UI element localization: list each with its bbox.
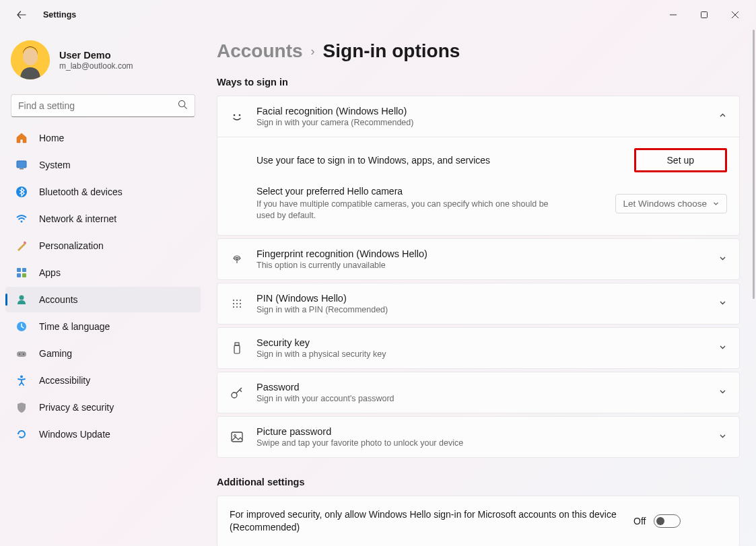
svg-point-23: [239, 114, 241, 116]
svg-point-37: [234, 434, 236, 436]
facial-recognition-card: Facial recognition (Windows Hello) Sign …: [217, 96, 740, 236]
home-icon: [15, 131, 28, 145]
sidebar-item-gaming[interactable]: Gaming: [5, 341, 201, 366]
chevron-up-icon: [718, 110, 727, 123]
chevron-down-icon: [718, 386, 727, 399]
search-input[interactable]: [18, 100, 178, 111]
svg-point-25: [236, 300, 238, 301]
maximize-icon: [701, 11, 708, 18]
network-icon: [15, 212, 28, 226]
toggle-knob: [656, 517, 664, 525]
card-title: Facial recognition (Windows Hello): [256, 106, 718, 116]
use-face-text: Use your face to sign in to Windows, app…: [256, 155, 634, 166]
card-subtitle: Sign in with a PIN (Recommended): [256, 305, 718, 314]
additional-title: Additional settings: [217, 477, 740, 487]
sidebar-item-time[interactable]: Time & language: [5, 314, 201, 339]
card-subtitle: This option is currently unavailable: [256, 261, 718, 270]
picture-icon: [230, 430, 244, 444]
security-key-header[interactable]: Security key Sign in with a physical sec…: [217, 328, 739, 368]
minimize-button[interactable]: [658, 4, 689, 26]
nav-label: Apps: [39, 267, 61, 278]
hello-only-toggle[interactable]: [654, 514, 681, 528]
facial-expanded: Use your face to sign in to Windows, app…: [217, 137, 739, 235]
profile-block[interactable]: User Demo m_lab@outlook.com: [5, 35, 201, 92]
sidebar-item-accounts[interactable]: Accounts: [5, 287, 201, 312]
minimize-icon: [670, 11, 677, 18]
svg-rect-18: [17, 351, 26, 357]
breadcrumb: Accounts › Sign-in options: [217, 40, 740, 62]
setup-button[interactable]: Set up: [634, 148, 727, 172]
sidebar-item-system[interactable]: System: [5, 152, 201, 178]
sidebar-item-home[interactable]: Home: [5, 125, 201, 151]
hello-only-text: For improved security, only allow Window…: [230, 508, 633, 535]
svg-rect-12: [17, 268, 21, 272]
svg-point-31: [236, 306, 238, 308]
svg-point-19: [19, 353, 20, 355]
picture-password-header[interactable]: Picture password Swipe and tap your favo…: [217, 417, 739, 457]
nav-label: Accessibility: [39, 375, 90, 386]
nav-label: Gaming: [39, 348, 72, 359]
picture-password-card: Picture password Swipe and tap your favo…: [217, 416, 740, 458]
svg-rect-1: [701, 12, 708, 18]
svg-point-5: [178, 100, 184, 106]
fingerprint-icon: [230, 252, 244, 267]
facial-recognition-header[interactable]: Facial recognition (Windows Hello) Sign …: [217, 96, 739, 137]
bluetooth-icon: [15, 185, 28, 199]
svg-rect-15: [22, 273, 26, 277]
chevron-right-icon: ›: [311, 44, 315, 59]
sidebar-item-update[interactable]: Windows Update: [5, 421, 201, 447]
svg-point-10: [21, 221, 23, 223]
card-title: Picture password: [256, 426, 718, 437]
svg-rect-34: [234, 345, 240, 353]
svg-point-28: [236, 303, 238, 304]
svg-point-27: [233, 303, 234, 304]
maximize-button[interactable]: [689, 4, 720, 26]
breadcrumb-parent[interactable]: Accounts: [217, 40, 303, 62]
close-icon: [732, 11, 738, 18]
sidebar-item-bluetooth[interactable]: Bluetooth & devices: [5, 179, 201, 205]
fingerprint-header[interactable]: Fingerprint recognition (Windows Hello) …: [217, 239, 739, 279]
svg-point-29: [240, 303, 241, 304]
svg-rect-13: [22, 268, 26, 272]
svg-point-24: [233, 300, 234, 301]
personalization-icon: [15, 239, 28, 252]
system-icon: [15, 158, 28, 172]
svg-point-20: [23, 353, 24, 355]
svg-line-6: [184, 106, 187, 108]
scrollbar[interactable]: [753, 30, 755, 299]
svg-rect-7: [17, 161, 26, 168]
chevron-down-icon: [718, 298, 727, 310]
nav-label: Bluetooth & devices: [39, 186, 123, 197]
pin-header[interactable]: PIN (Windows Hello) Sign in with a PIN (…: [217, 283, 739, 324]
pin-card: PIN (Windows Hello) Sign in with a PIN (…: [217, 283, 740, 325]
sidebar-item-network[interactable]: Network & internet: [5, 206, 201, 232]
nav-label: Privacy & security: [39, 402, 114, 413]
svg-point-35: [232, 393, 237, 398]
close-button[interactable]: [720, 4, 751, 26]
sidebar: User Demo m_lab@outlook.com Home System …: [0, 30, 209, 546]
back-button[interactable]: [11, 4, 32, 26]
camera-dropdown[interactable]: Let Windows choose: [615, 194, 727, 213]
apps-icon: [15, 266, 28, 279]
sidebar-item-accessibility[interactable]: Accessibility: [5, 368, 201, 393]
svg-point-32: [240, 306, 241, 308]
password-header[interactable]: Password Sign in with your account's pas…: [217, 372, 739, 413]
security-key-card: Security key Sign in with a physical sec…: [217, 327, 740, 369]
content-area: Accounts › Sign-in options Ways to sign …: [209, 30, 756, 546]
back-arrow-icon: [16, 9, 27, 20]
camera-title: Select your preferred Hello camera: [256, 186, 615, 197]
sidebar-item-privacy[interactable]: Privacy & security: [5, 395, 201, 420]
face-icon: [230, 109, 244, 124]
key-icon: [230, 385, 244, 400]
sidebar-item-apps[interactable]: Apps: [5, 260, 201, 285]
search-box[interactable]: [11, 94, 195, 117]
nav-label: Windows Update: [39, 429, 110, 440]
profile-email: m_lab@outlook.com: [59, 61, 133, 71]
additional-section: Additional settings For improved securit…: [217, 477, 740, 546]
sidebar-item-personalization[interactable]: Personalization: [5, 233, 201, 259]
accessibility-icon: [15, 374, 28, 387]
svg-rect-14: [17, 273, 21, 277]
chevron-down-icon: [718, 253, 727, 265]
svg-point-21: [20, 376, 23, 378]
chevron-down-icon: [712, 200, 720, 207]
